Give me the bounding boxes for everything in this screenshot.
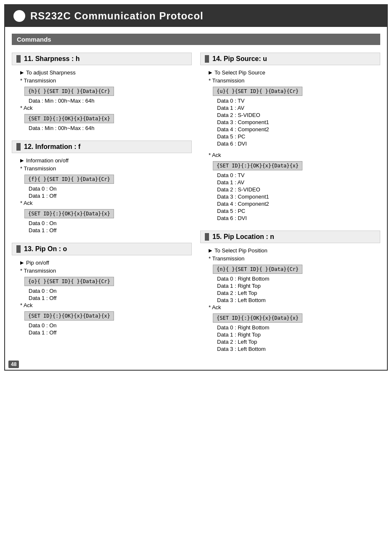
section-bullet <box>16 143 21 151</box>
label-item: * Transmission <box>200 255 380 262</box>
data-line: Data 0 : On <box>12 322 192 329</box>
label-item: * Transmission <box>12 77 192 84</box>
arrow-item: To Select Pip Source <box>200 69 380 76</box>
arrow-item: To adjust Sharpness <box>12 69 192 76</box>
commands-bar: Commands <box>12 34 380 45</box>
section-bullet <box>205 55 209 63</box>
code-box: {SET ID}{:}{OK}{x}{Data}{x} <box>12 310 192 322</box>
data-line: Data 2 : Left Top <box>200 290 380 296</box>
code-box: {n}{ }{SET ID}{ }{Data}{Cr} <box>200 263 380 276</box>
section-section14: 14. Pip Source: uTo Select Pip Source* T… <box>200 53 380 222</box>
data-line: Data 5 : PC <box>200 208 380 214</box>
code-box: {o}{ }{SET ID}{ }{Data}{Cr} <box>12 275 192 288</box>
data-line: Data 0 : On <box>12 220 192 226</box>
page-header: RS232C Communication Protocol <box>5 5 387 27</box>
code-box: {u}{ }{SET ID}{ }{Data}{Cr} <box>200 85 380 98</box>
right-column: 14. Pip Source: uTo Select Pip Source* T… <box>200 53 380 361</box>
data-line: Data 4 : Component2 <box>200 126 380 133</box>
section-bullet <box>205 233 209 241</box>
section-title-text: 12. Information : f <box>24 143 80 151</box>
data-line: Data 0 : TV <box>200 98 380 104</box>
data-line: Data 3 : Component1 <box>200 194 380 200</box>
label-item: * Transmission <box>12 268 192 274</box>
data-line: Data 1 : AV <box>200 105 380 111</box>
commands-label: Commands <box>17 36 51 43</box>
section-title-text: 11. Sharpness : h <box>24 55 80 63</box>
section-bullet <box>16 245 21 253</box>
data-line: Data 3 : Left Bottom <box>200 297 380 303</box>
data-line: Data 0 : On <box>12 288 192 294</box>
data-line: Data 5 : PC <box>200 133 380 140</box>
data-line: Data : Min : 00h~Max : 64h <box>12 125 192 131</box>
data-line: Data 1 : Off <box>12 227 192 233</box>
code-text: {u}{ }{SET ID}{ }{Data}{Cr} <box>213 87 302 96</box>
section-section13: 13. Pip On : o Pip on/off* Transmission{… <box>12 243 192 337</box>
section-title-text: 13. Pip On : o <box>24 245 67 253</box>
content-area: 11. Sharpness : hTo adjust Sharpness* Tr… <box>5 48 387 370</box>
code-text: {n}{ }{SET ID}{ }{Data}{Cr} <box>213 265 302 274</box>
label-item: * Transmission <box>200 77 380 84</box>
code-box: {f}{ }{SET ID}{ }{Data}{Cr} <box>12 173 192 186</box>
data-line: Data 3 : Component1 <box>200 119 380 125</box>
data-line: Data 1 : Off <box>12 193 192 199</box>
data-line: Data 6 : DVI <box>200 215 380 221</box>
data-line: Data 2 : S-VIDEO <box>200 186 380 193</box>
left-column: 11. Sharpness : hTo adjust Sharpness* Tr… <box>12 53 192 361</box>
data-line: Data 1 : Off <box>12 329 192 336</box>
code-text: {SET ID}{:}{OK}{x}{Data}{x} <box>213 161 302 170</box>
page-wrapper: RS232C Communication Protocol Commands 1… <box>4 4 388 371</box>
data-line: Data 6 : DVI <box>200 141 380 147</box>
code-text: {SET ID}{:}{OK}{x}{Data}{x} <box>24 209 114 218</box>
code-box: {SET ID}{:}{OK}{x}{Data}{x} <box>200 159 380 172</box>
data-line: Data 0 : Right Bottom <box>200 276 380 282</box>
label-item: * Ack <box>200 152 380 158</box>
section-title-section12: 12. Information : f <box>12 141 192 153</box>
label-item: * Ack <box>12 200 192 206</box>
data-line: Data 3 : Left Bottom <box>200 346 380 352</box>
arrow-item: To Select Pip Position <box>200 247 380 254</box>
code-text: {SET ID}{:}{OK}{x}{Data}{x} <box>24 114 114 123</box>
code-box: {h}{ }{SET ID}{ }{Data}{Cr} <box>12 85 192 98</box>
code-box: {SET ID}{:}{OK}{x}{Data}{x} <box>12 112 192 125</box>
data-line: Data 0 : TV <box>200 172 380 178</box>
data-line: Data 2 : S-VIDEO <box>200 112 380 118</box>
spacer <box>200 148 380 152</box>
header-circle <box>13 10 25 22</box>
label-item: * Ack <box>200 304 380 310</box>
code-box: {SET ID}{:}{OK}{x}{Data}{x} <box>12 207 192 220</box>
code-text: {f}{ }{SET ID}{ }{Data}{Cr} <box>24 175 114 184</box>
section-title-section15: 15. Pip Location : n <box>200 231 380 243</box>
page-number: 48 <box>8 361 19 368</box>
data-line: Data 1 : Off <box>12 295 192 301</box>
label-item: * Ack <box>12 105 192 111</box>
section-title-section14: 14. Pip Source: u <box>200 53 380 65</box>
data-line: Data 4 : Component2 <box>200 201 380 207</box>
label-item: * Ack <box>12 302 192 308</box>
code-box: {SET ID}{:}{OK}{x}{Data}{x} <box>200 312 380 324</box>
data-line: Data 1 : Right Top <box>200 332 380 338</box>
data-line: Data 1 : Right Top <box>200 283 380 289</box>
section-title-section11: 11. Sharpness : h <box>12 53 192 65</box>
section-title-text: 14. Pip Source: u <box>212 55 267 63</box>
section-section15: 15. Pip Location : nTo Select Pip Positi… <box>200 231 380 353</box>
label-item: * Transmission <box>12 165 192 172</box>
arrow-item: Information on/off <box>12 157 192 164</box>
section-section11: 11. Sharpness : hTo adjust Sharpness* Tr… <box>12 53 192 132</box>
section-title-text: 15. Pip Location : n <box>212 233 274 241</box>
section-title-section13: 13. Pip On : o <box>12 243 192 255</box>
code-text: {SET ID}{:}{OK}{x}{Data}{x} <box>24 311 114 321</box>
arrow-item: Pip on/off <box>12 260 192 266</box>
data-line: Data : Min : 00h~Max : 64h <box>12 98 192 104</box>
data-line: Data 1 : AV <box>200 179 380 186</box>
code-text: {o}{ }{SET ID}{ }{Data}{Cr} <box>24 277 114 286</box>
data-line: Data 2 : Left Top <box>200 339 380 345</box>
code-text: {SET ID}{:}{OK}{x}{Data}{x} <box>213 313 302 323</box>
code-text: {h}{ }{SET ID}{ }{Data}{Cr} <box>24 87 114 96</box>
data-line: Data 0 : On <box>12 186 192 192</box>
page-title: RS232C Communication Protocol <box>30 10 204 22</box>
section-bullet <box>16 55 21 63</box>
section-section12: 12. Information : f Information on/off* … <box>12 141 192 234</box>
data-line: Data 0 : Right Bottom <box>200 324 380 331</box>
